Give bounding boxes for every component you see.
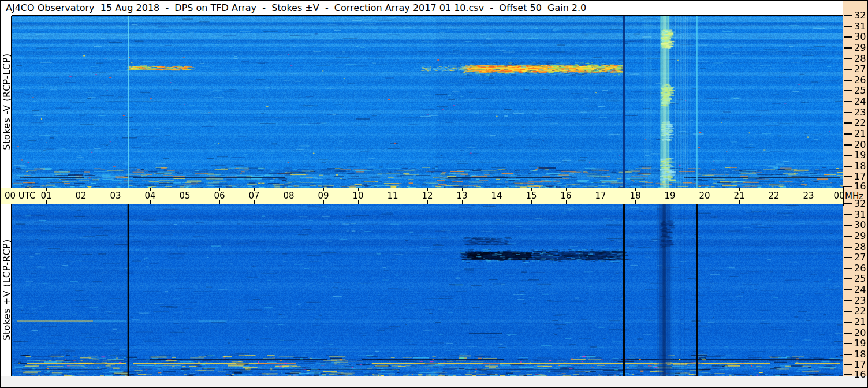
- freq-tick-label: 19: [854, 150, 866, 161]
- freq-tick: [844, 236, 852, 237]
- freq-tick: [844, 122, 852, 124]
- time-axis-label: 03: [107, 191, 124, 201]
- time-axis-label: 05: [176, 191, 193, 201]
- freq-tick-label: 16: [854, 181, 866, 192]
- freq-tick: [844, 69, 852, 70]
- freq-tick-label: 26: [854, 74, 866, 85]
- time-axis-label: 11: [384, 191, 401, 201]
- time-axis-label: 17: [592, 191, 609, 201]
- stokes-plus-v-spectrogram: [12, 204, 843, 376]
- time-axis-label: 20: [696, 191, 713, 201]
- freq-tick: [844, 203, 852, 204]
- time-axis-label: 14: [488, 191, 505, 201]
- time-axis-label: 15: [523, 191, 540, 201]
- time-axis-label: 19: [661, 191, 679, 201]
- freq-tick: [844, 278, 852, 279]
- freq-tick-label: 24: [854, 96, 866, 107]
- freq-tick-label: 30: [854, 31, 866, 42]
- freq-tick: [844, 176, 852, 177]
- freq-tick: [844, 343, 852, 344]
- freq-tick: [844, 36, 852, 38]
- panel-label-plus-v: Stokes +V (LCP-RCP): [1, 204, 12, 376]
- freq-tick: [844, 225, 852, 226]
- freq-tick: [844, 374, 852, 375]
- freq-tick-label: 22: [854, 117, 866, 128]
- freq-tick: [844, 289, 852, 290]
- time-axis-label: 01: [38, 191, 55, 201]
- time-axis-label: 04: [141, 191, 159, 201]
- freq-tick: [844, 247, 852, 248]
- freq-tick: [844, 354, 852, 355]
- freq-tick-label: 21: [854, 316, 866, 327]
- freq-tick: [844, 26, 852, 27]
- freq-tick: [844, 101, 852, 102]
- freq-tick-label: 27: [854, 252, 866, 263]
- freq-tick-label: 29: [854, 42, 866, 53]
- freq-tick: [844, 311, 852, 312]
- freq-tick-label: 20: [854, 139, 866, 150]
- freq-tick: [844, 47, 852, 48]
- freq-tick-label: 25: [854, 85, 866, 96]
- freq-tick-label: 29: [854, 230, 866, 241]
- freq-tick: [844, 322, 852, 323]
- time-axis-label: 23: [800, 191, 817, 201]
- freq-tick: [844, 80, 852, 81]
- time-axis-label: 18: [627, 191, 644, 201]
- freq-tick: [844, 58, 852, 59]
- freq-tick: [844, 364, 852, 365]
- freq-tick-label: 32: [854, 10, 866, 21]
- spectrogram-panel-plus-v: [12, 204, 843, 376]
- freq-tick-label: 22: [854, 305, 866, 316]
- freq-tick: [844, 268, 852, 269]
- freq-tick: [844, 15, 852, 16]
- panel-label-minus-v: Stokes -V (RCP-LCP): [1, 16, 12, 188]
- freq-tick-label: 18: [854, 349, 866, 360]
- freq-tick: [844, 155, 852, 156]
- stokes-minus-v-spectrogram: [12, 16, 843, 188]
- freq-tick-label: 26: [854, 263, 866, 274]
- time-axis-label: 22: [765, 191, 783, 201]
- freq-tick-label: 30: [854, 219, 866, 230]
- spectrogram-panel-minus-v: [12, 16, 843, 188]
- window-title: AJ4CO Observatory 15 Aug 2018 - DPS on T…: [1, 1, 843, 15]
- freq-tick-label: 32: [854, 198, 866, 209]
- time-axis-label: 10: [349, 191, 367, 201]
- freq-tick-label: 23: [854, 295, 866, 306]
- freq-tick: [844, 112, 852, 113]
- freq-tick: [844, 166, 852, 167]
- bottom-margin: [1, 376, 867, 387]
- freq-tick-label: 31: [854, 209, 866, 220]
- freq-tick-label: 18: [854, 161, 866, 171]
- freq-tick: [844, 257, 852, 258]
- freq-tick-label: 31: [854, 21, 866, 32]
- time-axis-label: 00: [830, 191, 848, 201]
- time-axis-label: 16: [557, 191, 575, 201]
- application-window: AJ4CO Observatory 15 Aug 2018 - DPS on T…: [0, 0, 868, 388]
- freq-tick-label: 20: [854, 327, 866, 338]
- freq-tick-label: 25: [854, 273, 866, 284]
- time-axis-label: 21: [731, 191, 748, 201]
- time-axis-label: 02: [72, 191, 90, 201]
- freq-tick-label: 23: [854, 107, 866, 118]
- freq-tick-label: 28: [854, 53, 866, 64]
- freq-tick: [844, 186, 852, 187]
- freq-tick: [844, 133, 852, 135]
- freq-tick-label: 28: [854, 241, 866, 252]
- freq-tick-label: 24: [854, 284, 866, 295]
- time-axis-label: 08: [280, 191, 297, 201]
- freq-tick: [844, 214, 852, 215]
- time-axis-label: 07: [245, 191, 263, 201]
- freq-tick-label: 16: [854, 369, 866, 380]
- freq-tick-label: 19: [854, 338, 866, 349]
- freq-tick: [844, 333, 852, 334]
- time-axis-label: 09: [315, 191, 332, 201]
- time-axis-label: 12: [419, 191, 436, 201]
- time-axis-label: 13: [453, 191, 471, 201]
- freq-tick: [844, 300, 852, 301]
- freq-tick: [844, 144, 852, 146]
- time-axis-label: 06: [211, 191, 228, 201]
- freq-tick: [844, 90, 852, 91]
- freq-tick-label: 27: [854, 64, 866, 74]
- freq-tick-label: 21: [854, 128, 866, 139]
